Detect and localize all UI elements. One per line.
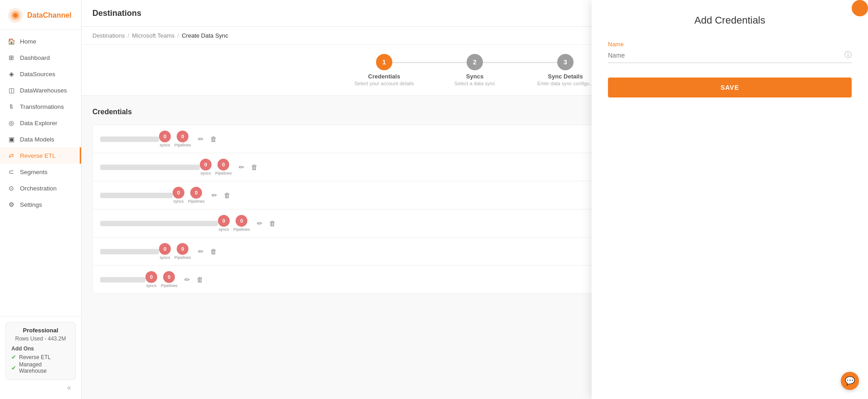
cred-name-placeholder — [100, 193, 173, 198]
sidebar-item-reverse-etl[interactable]: ⇄Reverse ETL — [0, 147, 81, 164]
syncs-badge: 0 syncs — [200, 159, 212, 175]
sidebar-item-label: Settings — [20, 201, 42, 208]
syncs-count: 0 — [145, 271, 157, 283]
breadcrumb-link[interactable]: Microsoft Teams — [132, 32, 174, 39]
save-button[interactable]: SAVE — [608, 78, 852, 97]
sidebar-item-data-explorer[interactable]: ◎Data Explorer — [0, 115, 81, 131]
pipelines-count: 0 — [190, 187, 202, 199]
sidebar-item-label: Segments — [20, 169, 48, 175]
datawarehouses-icon: ◫ — [7, 86, 15, 94]
addons-title: Add Ons — [11, 345, 70, 352]
sidebar-item-label: Reverse ETL — [20, 152, 56, 159]
sidebar-item-label: DataSources — [20, 71, 55, 78]
cred-name-placeholder — [100, 165, 200, 170]
right-panel: Add Credentials Name ⓘ SAVE — [592, 0, 868, 399]
step-1: 2 Syncs Select a data sync — [429, 54, 520, 86]
pipelines-count: 0 — [177, 131, 188, 142]
credentials-section-title: Credentials — [92, 108, 132, 116]
breadcrumb-link[interactable]: Destinations — [92, 32, 125, 39]
syncs-badge: 0 syncs — [159, 243, 171, 260]
syncs-badge: 0 syncs — [159, 131, 171, 147]
svg-point-2 — [13, 13, 18, 18]
syncs-label: syncs — [146, 283, 156, 288]
pipelines-label: Pipelines — [188, 199, 205, 204]
pipelines-badge: 0 Pipelines — [215, 159, 232, 175]
plan-title: Professional — [11, 327, 70, 334]
addon-check-icon: ✔ — [11, 354, 16, 360]
addon-label: Managed Warehouse — [19, 361, 70, 374]
name-field-label: Name — [608, 41, 852, 48]
addon-check-icon: ✔ — [11, 365, 16, 371]
logo-text: DataChannel — [27, 11, 72, 19]
addon-label: Reverse ETL — [19, 354, 51, 360]
sidebar-item-dashboard[interactable]: ⊞Dashboard — [0, 49, 81, 66]
step-sublabel-1: Select a data sync — [454, 81, 495, 86]
cred-name-placeholder — [100, 221, 218, 226]
delete-button[interactable]: 🗑 — [248, 161, 261, 174]
sidebar-item-segments[interactable]: ⊂Segments — [0, 164, 81, 180]
step-label-2: Sync Details — [548, 73, 583, 80]
syncs-count: 0 — [159, 243, 171, 255]
sidebar-item-orchestration[interactable]: ⊙Orchestration — [0, 180, 81, 196]
orchestration-icon: ⊙ — [7, 184, 15, 192]
step-circle-2: 3 — [557, 54, 574, 70]
pipelines-label: Pipelines — [161, 283, 178, 288]
sidebar-item-transformations[interactable]: ⥮Transformations — [0, 98, 81, 115]
delete-button[interactable]: 🗑 — [207, 245, 220, 258]
chat-bubble[interactable]: 💬 — [841, 372, 859, 390]
delete-button[interactable]: 🗑 — [266, 217, 279, 230]
cred-badges: 0 syncs 0 Pipelines — [159, 243, 191, 260]
pipelines-count: 0 — [163, 271, 175, 283]
pipelines-label: Pipelines — [215, 171, 232, 175]
edit-button[interactable]: ✏ — [254, 217, 266, 230]
step-sublabel-2: Enter data sync configu... — [537, 81, 593, 86]
sidebar-item-datawarehouses[interactable]: ◫DataWarehouses — [0, 82, 81, 98]
cred-badges: 0 syncs 0 Pipelines — [173, 187, 205, 204]
syncs-label: syncs — [159, 143, 170, 147]
step-circle-1: 2 — [467, 54, 483, 70]
name-input[interactable] — [608, 52, 844, 59]
main-content: Destinations 🔍 Destinations/Microsoft Te… — [82, 0, 868, 399]
syncs-label: syncs — [200, 171, 211, 175]
collapse-icon[interactable]: « — [67, 384, 71, 392]
cred-name-placeholder — [100, 277, 145, 282]
pipelines-badge: 0 Pipelines — [188, 187, 205, 204]
step-sublabel-0: Select your account details — [354, 81, 414, 86]
sidebar-item-data-models[interactable]: ▣Data Models — [0, 131, 81, 147]
pipelines-badge: 0 Pipelines — [161, 271, 178, 288]
sidebar-collapse[interactable]: « — [5, 380, 76, 394]
step-circle-0[interactable]: 1 — [376, 54, 392, 70]
addon-item: ✔Reverse ETL — [11, 354, 70, 360]
delete-button[interactable]: 🗑 — [194, 273, 207, 286]
edit-button[interactable]: ✏ — [195, 245, 207, 258]
edit-button[interactable]: ✏ — [208, 189, 221, 202]
syncs-count: 0 — [159, 131, 171, 142]
cred-name-placeholder — [100, 136, 159, 142]
page-title: Destinations — [92, 9, 141, 18]
delete-button[interactable]: 🗑 — [221, 189, 234, 202]
cred-badges: 0 syncs 0 Pipelines — [200, 159, 232, 175]
syncs-badge: 0 syncs — [173, 187, 184, 204]
sidebar-item-settings[interactable]: ⚙Settings — [0, 196, 81, 213]
sidebar-item-label: DataWarehouses — [20, 87, 67, 94]
edit-button[interactable]: ✏ — [181, 273, 194, 286]
datasources-icon: ◈ — [7, 70, 15, 78]
cred-name-placeholder — [100, 249, 159, 254]
delete-button[interactable]: 🗑 — [207, 133, 220, 146]
home-icon: 🏠 — [7, 37, 15, 45]
dashboard-icon: ⊞ — [7, 54, 15, 62]
pipelines-label: Pipelines — [233, 227, 250, 232]
sidebar-item-label: Home — [20, 38, 36, 45]
panel-title: Add Credentials — [608, 15, 852, 26]
step-0: 1 Credentials Select your account detail… — [339, 54, 429, 86]
pipelines-badge: 0 Pipelines — [174, 243, 191, 260]
settings-icon: ⚙ — [7, 200, 15, 209]
breadcrumb-separator: / — [128, 32, 130, 39]
sidebar-item-datasources[interactable]: ◈DataSources — [0, 66, 81, 82]
info-icon[interactable]: ⓘ — [844, 50, 852, 60]
addon-item: ✔Managed Warehouse — [11, 361, 70, 374]
pipelines-count: 0 — [217, 159, 229, 170]
edit-button[interactable]: ✏ — [195, 133, 207, 146]
edit-button[interactable]: ✏ — [236, 161, 248, 174]
sidebar-item-home[interactable]: 🏠Home — [0, 33, 81, 49]
